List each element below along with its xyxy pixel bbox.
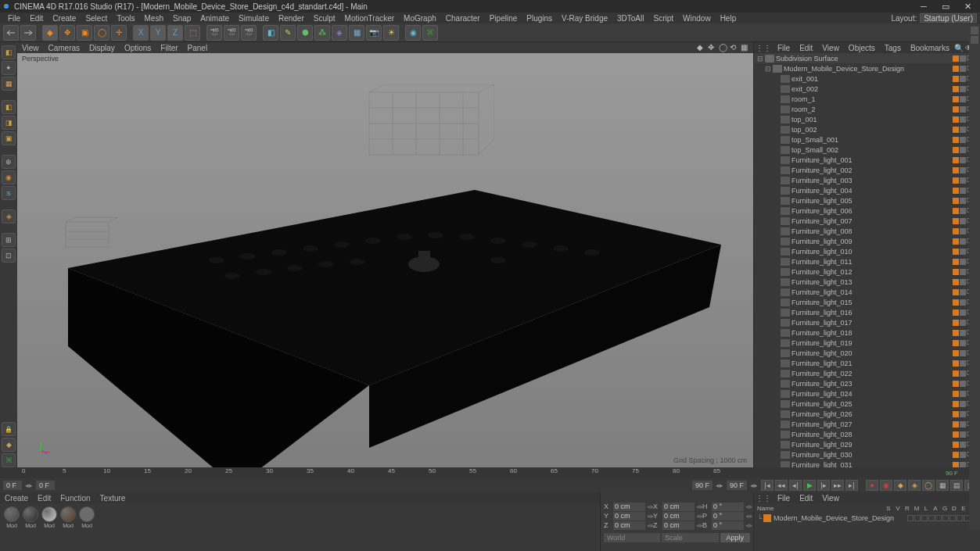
prev-frame-button[interactable]: ◂| (789, 480, 802, 491)
om-menu-objects[interactable]: Objects (844, 44, 880, 52)
goto-start-button[interactable]: |◂ (761, 480, 774, 491)
tree-row[interactable]: Furniture_light_028 (754, 429, 980, 439)
vray-button[interactable]: ◉ (405, 25, 421, 41)
locked-workplane-button[interactable]: ⊞ (2, 233, 16, 247)
tree-row[interactable]: Furniture_light_010 (754, 246, 980, 256)
camera-button[interactable]: 📷 (366, 25, 382, 41)
coord-space-dropdown[interactable]: World (604, 533, 660, 542)
menu-sculpt[interactable]: Sculpt (309, 14, 340, 23)
undo-button[interactable] (3, 25, 19, 41)
tree-row[interactable]: Furniture_light_018 (754, 327, 980, 338)
viewmenu-display[interactable]: Display (84, 44, 120, 52)
attr-menu-edit[interactable]: Edit (795, 494, 817, 503)
tree-row[interactable]: Furniture_light_008 (754, 226, 980, 236)
tree-row[interactable]: top_Small_001 (754, 134, 980, 145)
planar-workplane-button[interactable]: ⊡ (2, 249, 16, 263)
material-item[interactable]: Mod (3, 506, 20, 550)
start-frame[interactable]: 0 F (3, 481, 22, 490)
goto-end-button[interactable]: ▸| (845, 480, 858, 491)
viewmenu-view[interactable]: View (17, 44, 44, 52)
mat-menu-edit[interactable]: Edit (33, 494, 56, 503)
coord-system-button[interactable]: ⬚ (185, 25, 200, 41)
object-tree[interactable]: ⊟Subdivision Surface⊟Modern_Mobile_Devic… (754, 53, 980, 467)
tree-row[interactable]: Furniture_light_017 (754, 317, 980, 327)
menu-help[interactable]: Help (716, 14, 741, 23)
redo-button[interactable] (20, 25, 36, 41)
tree-row[interactable]: Furniture_light_026 (754, 409, 980, 419)
texture-mode-button[interactable]: ✦ (2, 61, 16, 75)
menu-plugins[interactable]: Plugins (522, 14, 557, 23)
menu-create[interactable]: Create (48, 14, 81, 23)
tree-row[interactable]: Furniture_light_019 (754, 338, 980, 348)
tree-row[interactable]: Furniture_light_029 (754, 439, 980, 449)
tree-row[interactable]: Furniture_light_005 (754, 195, 980, 206)
enable-axis-button[interactable]: ⊕ (2, 155, 16, 169)
tree-row[interactable]: Furniture_light_009 (754, 236, 980, 246)
last-tool-button[interactable]: ✛ (111, 25, 127, 41)
vp-cam-icon[interactable]: ◆ (697, 43, 706, 52)
cube-button[interactable]: ◧ (263, 25, 278, 41)
material-item[interactable]: Mod (59, 506, 77, 550)
python-button[interactable]: ⌘ (2, 453, 16, 467)
floor-button[interactable]: ▦ (349, 25, 364, 41)
script-button[interactable]: ⌘ (422, 25, 438, 41)
tree-row[interactable]: top_001 (754, 114, 980, 124)
tree-row[interactable]: Furniture_light_002 (754, 165, 980, 175)
vp-rotate-icon[interactable]: ⟲ (730, 43, 739, 52)
snap-s-button[interactable]: S (2, 186, 16, 200)
y-axis-button[interactable]: Y (150, 25, 166, 41)
points-button[interactable]: ◧ (2, 100, 16, 114)
viewmenu-panel[interactable]: Panel (183, 44, 213, 52)
mat-menu-texture[interactable]: Texture (95, 494, 131, 503)
live-select-button[interactable]: ◆ (42, 25, 58, 41)
key-rot-button[interactable]: ◯ (922, 480, 935, 491)
close-button[interactable]: ✕ (957, 1, 978, 12)
tree-row[interactable]: room_1 (754, 94, 980, 104)
tree-row[interactable]: Furniture_light_022 (754, 368, 980, 378)
tree-row[interactable]: Furniture_light_014 (754, 287, 980, 297)
layout-dropdown[interactable]: Startup (User) (920, 13, 977, 23)
rotate-button[interactable]: ◯ (94, 25, 109, 41)
menu-pipeline[interactable]: Pipeline (485, 14, 522, 23)
preview-end-2[interactable]: 90 F (727, 481, 747, 490)
edges-button[interactable]: ◨ (2, 116, 16, 130)
key-param-button[interactable]: ▦ (936, 480, 949, 491)
coord-mode-dropdown[interactable]: Scale (662, 533, 718, 542)
x-axis-button[interactable]: X (133, 25, 149, 41)
tree-row[interactable]: Furniture_light_003 (754, 175, 980, 185)
vp-layout-icon[interactable]: ▦ (741, 43, 750, 52)
menu-snap[interactable]: Snap (168, 14, 196, 23)
workplane-button[interactable]: ▦ (2, 77, 16, 91)
menu-select[interactable]: Select (81, 14, 112, 23)
layer-row[interactable]: └ Modern_Mobile_Device_Store_Design (754, 513, 980, 523)
array-button[interactable]: ⁂ (314, 25, 330, 41)
om-menu-edit[interactable]: Edit (795, 44, 817, 52)
om-menu-file[interactable]: File (773, 44, 795, 52)
tree-row[interactable]: Furniture_light_007 (754, 216, 980, 226)
model-mode-button[interactable]: ◧ (2, 45, 16, 59)
tree-row[interactable]: Furniture_light_006 (754, 206, 980, 216)
minimize-button[interactable]: ─ (913, 1, 935, 12)
record-button[interactable]: ● (866, 480, 878, 491)
key-pla-button[interactable]: ▤ (950, 480, 963, 491)
attr-menu-view[interactable]: View (817, 494, 844, 503)
om-menu-view[interactable]: View (817, 44, 844, 52)
menu-animate[interactable]: Animate (196, 14, 234, 23)
tree-row[interactable]: ⊟Modern_Mobile_Device_Store_Design (754, 63, 980, 73)
viewport-solo-button[interactable]: ◉ (2, 170, 16, 184)
next-frame-button[interactable]: |▸ (817, 480, 830, 491)
play-button[interactable]: ▶ (803, 480, 816, 491)
tree-row[interactable]: exit_002 (754, 84, 980, 94)
light-button[interactable]: ☀ (383, 25, 399, 41)
tree-row[interactable]: Furniture_light_023 (754, 378, 980, 388)
menu-mograph[interactable]: MoGraph (399, 14, 441, 23)
autokey-button[interactable]: ◉ (880, 480, 892, 491)
tree-row[interactable]: exit_001 (754, 73, 980, 84)
tree-row[interactable]: Furniture_light_024 (754, 388, 980, 399)
menu-motiontracker[interactable]: MotionTracker (340, 14, 400, 23)
polys-button[interactable]: ▣ (2, 131, 16, 145)
menu-window[interactable]: Window (678, 14, 716, 23)
menu-edit[interactable]: Edit (25, 14, 48, 23)
mat-menu-function[interactable]: Function (56, 494, 95, 503)
tree-row[interactable]: Furniture_light_020 (754, 348, 980, 358)
